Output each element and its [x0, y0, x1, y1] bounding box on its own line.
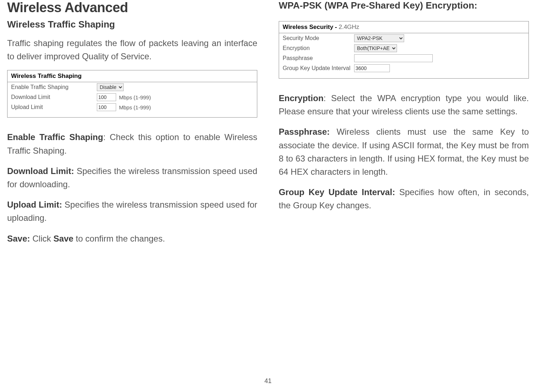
desc-enable: Enable Traffic Shaping: Check this optio… — [7, 130, 257, 157]
term-save: Save: — [7, 234, 30, 243]
label-passphrase: Passphrase — [283, 55, 354, 61]
desc-save-end: to confirm the changes. — [73, 234, 165, 243]
hint-upload: Mbps (1-999) — [119, 104, 151, 110]
label-enable: Enable Traffic Shaping — [11, 84, 97, 90]
label-encryption: Encryption — [283, 45, 354, 51]
desc-save: Save: Click Save to confirm the changes. — [7, 232, 257, 245]
label-upload: Upload Limit — [11, 104, 97, 110]
panel-title: Wireless Traffic Shaping — [8, 70, 257, 82]
desc-encryption: Encryption: Select the WPA encryption ty… — [279, 91, 529, 118]
heading-wireless-traffic-shaping: Wireless Traffic Shaping — [7, 19, 257, 30]
heading-wireless-advanced: Wireless Advanced — [7, 0, 257, 15]
row-encryption: Encryption Both(TKIP+AES) — [279, 43, 528, 53]
term-save-2: Save — [53, 234, 73, 243]
term-upload: Upload Limit: — [7, 200, 62, 209]
panel-title-sub: 2.4GHz — [339, 24, 359, 30]
label-download: Download Limit — [11, 94, 97, 100]
input-upload-limit — [97, 103, 116, 111]
row-passphrase: Passphrase — [279, 53, 528, 63]
term-passphrase: Passphrase: — [279, 127, 330, 137]
traffic-shaping-panel: Wireless Traffic Shaping Enable Traffic … — [7, 70, 257, 118]
row-download-limit: Download Limit Mbps (1-999) — [8, 92, 257, 102]
row-enable-traffic-shaping: Enable Traffic Shaping Disable — [8, 82, 257, 92]
label-security-mode: Security Mode — [283, 35, 354, 41]
select-enable-traffic-shaping[interactable]: Disable — [97, 83, 124, 91]
row-security-mode: Security Mode WPA2-PSK — [279, 33, 528, 43]
heading-wpa-psk: WPA-PSK (WPA Pre-Shared Key) Encryption: — [279, 0, 529, 11]
label-gku: Group Key Update Interval — [283, 65, 354, 71]
term-enable: Enable Traffic Shaping — [7, 132, 103, 142]
desc-download: Download Limit: Specifies the wireless t… — [7, 164, 257, 191]
page-number: 41 — [0, 377, 536, 385]
right-column: WPA-PSK (WPA Pre-Shared Key) Encryption:… — [279, 0, 529, 252]
desc-gku: Group Key Update Interval: Specifies how… — [279, 185, 529, 212]
wireless-security-panel: Wireless Security - 2.4GHz Security Mode… — [279, 21, 529, 79]
desc-save-mid: Click — [30, 234, 53, 243]
row-upload-limit: Upload Limit Mbps (1-999) — [8, 102, 257, 112]
input-download-limit — [97, 93, 116, 101]
row-group-key-update: Group Key Update Interval — [279, 63, 528, 73]
term-gku: Group Key Update Interval: — [279, 187, 395, 197]
term-encryption: Encryption — [279, 93, 323, 103]
desc-passphrase: Passphrase: Wireless clients must use th… — [279, 125, 529, 178]
input-group-key-update[interactable] — [354, 64, 390, 72]
left-column: Wireless Advanced Wireless Traffic Shapi… — [7, 0, 257, 252]
desc-upload: Upload Limit: Specifies the wireless tra… — [7, 198, 257, 224]
hint-download: Mbps (1-999) — [119, 94, 151, 100]
intro-paragraph: Traffic shaping regulates the flow of pa… — [7, 36, 257, 63]
panel-title-security: Wireless Security - 2.4GHz — [279, 21, 528, 33]
panel-title-text: Wireless Security - — [283, 24, 339, 30]
select-encryption[interactable]: Both(TKIP+AES) — [354, 44, 397, 52]
input-passphrase[interactable] — [354, 54, 433, 62]
select-security-mode[interactable]: WPA2-PSK — [354, 34, 404, 42]
term-download: Download Limit: — [7, 166, 74, 176]
